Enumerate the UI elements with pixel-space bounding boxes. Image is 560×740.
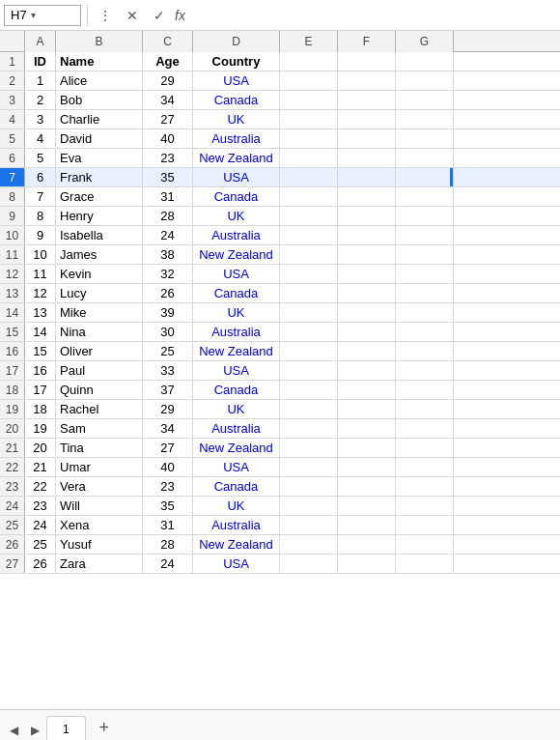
cell-22-e[interactable] (280, 458, 338, 476)
cell-14-c[interactable]: 39 (143, 303, 193, 322)
table-row[interactable]: 2 1 Alice 29 USA (0, 71, 560, 91)
cell-4-f[interactable] (338, 110, 396, 128)
col-header-a[interactable]: A (25, 31, 56, 52)
cell-26-g[interactable] (396, 535, 454, 554)
cell-25-g[interactable] (396, 516, 454, 534)
cancel-button[interactable]: ✕ (121, 4, 144, 27)
table-row[interactable]: 26 25 Yusuf 28 New Zealand (0, 535, 560, 555)
table-row[interactable]: 5 4 David 40 Australia (0, 129, 560, 149)
cell-7-e[interactable] (280, 168, 338, 186)
cell-14-a[interactable]: 13 (25, 303, 56, 322)
cell-16-e[interactable] (280, 342, 338, 360)
cell-6-c[interactable]: 23 (143, 149, 193, 167)
cell-10-f[interactable] (338, 226, 396, 244)
cell-12-b[interactable]: Kevin (56, 265, 143, 283)
col-header-f[interactable]: F (338, 31, 396, 52)
col-header-g[interactable]: G (396, 31, 454, 52)
cell-16-g[interactable] (396, 342, 454, 360)
cell-1-d[interactable]: Country (193, 52, 280, 71)
cell-26-b[interactable]: Yusuf (56, 535, 143, 554)
cell-19-c[interactable]: 29 (143, 400, 193, 418)
cell-20-d[interactable]: Australia (193, 419, 280, 438)
cell-11-d[interactable]: New Zealand (193, 245, 280, 264)
cell-21-c[interactable]: 27 (143, 439, 193, 457)
table-row[interactable]: 18 17 Quinn 37 Canada (0, 381, 560, 400)
table-row[interactable]: 11 10 James 38 New Zealand (0, 245, 560, 265)
cell-8-f[interactable] (338, 187, 396, 206)
cell-8-c[interactable]: 31 (143, 187, 193, 206)
add-sheet-button[interactable]: + (92, 715, 117, 740)
name-box[interactable]: H7 ▾ (4, 5, 81, 26)
cell-1-g[interactable] (396, 52, 454, 71)
cell-10-g[interactable] (396, 226, 454, 244)
cell-11-g[interactable] (396, 245, 454, 264)
cell-4-c[interactable]: 27 (143, 110, 193, 128)
cell-13-g[interactable] (396, 284, 454, 302)
cell-14-b[interactable]: Mike (56, 303, 143, 322)
cell-23-b[interactable]: Vera (56, 477, 143, 496)
cell-16-f[interactable] (338, 342, 396, 360)
table-row[interactable]: 22 21 Umar 40 USA (0, 458, 560, 477)
cell-26-d[interactable]: New Zealand (193, 535, 280, 554)
cell-13-f[interactable] (338, 284, 396, 302)
cell-23-c[interactable]: 23 (143, 477, 193, 496)
cell-9-c[interactable]: 28 (143, 207, 193, 225)
cell-19-b[interactable]: Rachel (56, 400, 143, 418)
cell-19-g[interactable] (396, 400, 454, 418)
cell-10-e[interactable] (280, 226, 338, 244)
cell-25-d[interactable]: Australia (193, 516, 280, 534)
cell-15-b[interactable]: Nina (56, 323, 143, 341)
cell-22-g[interactable] (396, 458, 454, 476)
cell-22-b[interactable]: Umar (56, 458, 143, 476)
cell-3-b[interactable]: Bob (56, 91, 143, 109)
cell-21-d[interactable]: New Zealand (193, 439, 280, 457)
cell-2-b[interactable]: Alice (56, 71, 143, 90)
col-header-e[interactable]: E (280, 31, 338, 52)
confirm-button[interactable]: ✓ (148, 4, 171, 27)
cell-23-f[interactable] (338, 477, 396, 496)
cell-7-d[interactable]: USA (193, 168, 280, 186)
cell-13-d[interactable]: Canada (193, 284, 280, 302)
cell-11-a[interactable]: 10 (25, 245, 56, 264)
col-header-d[interactable]: D (193, 31, 280, 52)
cell-10-c[interactable]: 24 (143, 226, 193, 244)
cell-22-d[interactable]: USA (193, 458, 280, 476)
cell-6-b[interactable]: Eva (56, 149, 143, 167)
cell-25-a[interactable]: 24 (25, 516, 56, 534)
cell-5-e[interactable] (280, 129, 338, 148)
table-row[interactable]: 23 22 Vera 23 Canada (0, 477, 560, 497)
table-row[interactable]: 13 12 Lucy 26 Canada (0, 284, 560, 303)
cell-26-a[interactable]: 25 (25, 535, 56, 554)
cell-10-a[interactable]: 9 (25, 226, 56, 244)
cell-27-a[interactable]: 26 (25, 555, 56, 573)
cell-19-d[interactable]: UK (193, 400, 280, 418)
cell-18-d[interactable]: Canada (193, 381, 280, 399)
table-row[interactable]: 25 24 Xena 31 Australia (0, 516, 560, 535)
cell-17-a[interactable]: 16 (25, 361, 56, 380)
cell-16-c[interactable]: 25 (143, 342, 193, 360)
cell-16-b[interactable]: Oliver (56, 342, 143, 360)
cell-3-f[interactable] (338, 91, 396, 109)
sheet-tab-1[interactable]: 1 (46, 716, 86, 740)
cell-27-d[interactable]: USA (193, 555, 280, 573)
cell-4-a[interactable]: 3 (25, 110, 56, 128)
cell-15-g[interactable] (396, 323, 454, 341)
cell-7-a[interactable]: 6 (25, 168, 56, 186)
cell-16-a[interactable]: 15 (25, 342, 56, 360)
cell-2-c[interactable]: 29 (143, 71, 193, 90)
cell-13-b[interactable]: Lucy (56, 284, 143, 302)
cell-25-c[interactable]: 31 (143, 516, 193, 534)
name-box-arrow-icon[interactable]: ▾ (31, 10, 36, 20)
cell-18-e[interactable] (280, 381, 338, 399)
cell-25-b[interactable]: Xena (56, 516, 143, 534)
cell-26-f[interactable] (338, 535, 396, 554)
cell-21-g[interactable] (396, 439, 454, 457)
cell-26-c[interactable]: 28 (143, 535, 193, 554)
cell-18-a[interactable]: 17 (25, 381, 56, 399)
cell-24-f[interactable] (338, 497, 396, 515)
cell-2-a[interactable]: 1 (25, 71, 56, 90)
cell-27-e[interactable] (280, 555, 338, 573)
cell-15-f[interactable] (338, 323, 396, 341)
cell-4-g[interactable] (396, 110, 454, 128)
cell-6-d[interactable]: New Zealand (193, 149, 280, 167)
